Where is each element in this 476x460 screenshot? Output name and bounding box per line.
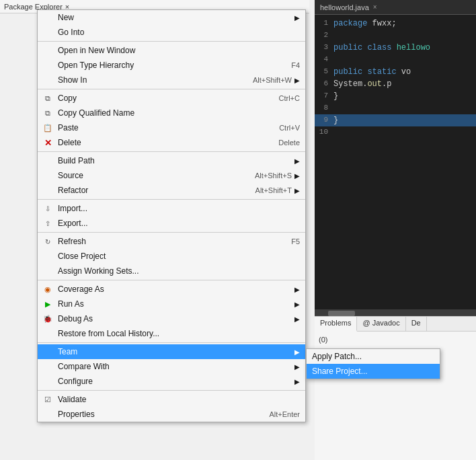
menu-label-paste: Paste	[58, 123, 266, 132]
menu-shortcut-copy: Ctrl+C	[279, 94, 300, 102]
menu-item-debug_as[interactable]: 🐞Debug As▶	[38, 311, 305, 326]
menu-item-configure[interactable]: Configure▶	[38, 374, 305, 389]
menu-label-run_as: Run As	[58, 299, 292, 309]
menu-item-paste[interactable]: 📋PasteCtrl+V	[38, 120, 305, 135]
submenu-item-share_project[interactable]: Share Project...	[307, 364, 440, 379]
copy-icon: ⧉	[42, 109, 54, 118]
menu-item-refactor[interactable]: RefactorAlt+Shift+T▶	[38, 183, 305, 198]
copy-icon: ⧉	[42, 94, 54, 103]
code-line-1: 1 package fwxx;	[315, 17, 476, 30]
menu-label-build_path: Build Path	[58, 156, 292, 165]
editor-tab-title: helloworld.java	[320, 3, 369, 11]
menu-arrow-team: ▶	[294, 348, 300, 356]
menu-label-coverage_as: Coverage As	[58, 284, 292, 294]
menu-separator	[38, 390, 305, 391]
menu-label-delete: Delete	[58, 138, 265, 147]
menu-arrow-new: ▶	[294, 14, 300, 22]
menu-label-import: Import...	[58, 204, 300, 213]
run-icon: ▶	[42, 300, 54, 309]
menu-label-refactor: Refactor	[58, 186, 242, 195]
menu-item-copy_qualified[interactable]: ⧉Copy Qualified Name	[38, 106, 305, 120]
code-line-4: 4	[315, 54, 476, 66]
menu-item-show_in[interactable]: Show InAlt+Shift+W▶	[38, 73, 305, 87]
menu-arrow-build_path: ▶	[294, 157, 300, 165]
menu-separator	[38, 41, 305, 42]
paste-icon: 📋	[42, 124, 54, 132]
bottom-content: (0)	[315, 332, 476, 348]
menu-item-open_type_hierarchy[interactable]: Open Type HierarchyF4	[38, 58, 305, 73]
menu-label-close_project: Close Project	[58, 252, 300, 261]
menu-item-team[interactable]: Team▶	[38, 344, 305, 359]
scrollbar-thumb[interactable]	[328, 311, 355, 316]
menu-label-debug_as: Debug As	[58, 314, 292, 323]
menu-separator	[38, 89, 305, 89]
menu-arrow-debug_as: ▶	[294, 315, 300, 323]
menu-item-new[interactable]: New▶	[38, 10, 305, 25]
menu-arrow-source: ▶	[294, 172, 300, 180]
menu-label-properties: Properties	[58, 410, 255, 419]
menu-arrow-coverage_as: ▶	[294, 286, 300, 293]
menu-item-export[interactable]: ⇧Export...	[38, 216, 305, 231]
menu-item-open_new_window[interactable]: Open in New Window	[38, 43, 305, 58]
menu-label-copy: Copy	[58, 93, 266, 103]
submenu-label-apply_patch: Apply Patch...	[312, 352, 362, 361]
tab-javadoc[interactable]: @ Javadoc	[357, 317, 405, 331]
export-icon: ⇧	[42, 220, 54, 227]
context-menu: New▶Go IntoOpen in New WindowOpen Type H…	[37, 9, 306, 422]
menu-separator	[38, 199, 305, 200]
menu-shortcut-delete: Delete	[278, 139, 300, 147]
editor-tab-close[interactable]: ×	[373, 3, 377, 11]
menu-shortcut-refactor: Alt+Shift+T	[255, 186, 292, 194]
refresh-icon: ↻	[42, 238, 54, 245]
menu-label-refresh: Refresh	[58, 237, 278, 246]
menu-label-team: Team	[58, 347, 292, 356]
menu-label-export: Export...	[58, 219, 300, 228]
delete-icon: ✕	[42, 138, 54, 148]
code-line-3: 3 public class hellowo	[315, 42, 476, 54]
code-line-2: 2	[315, 30, 476, 42]
bottom-tabs: Problems @ Javadoc De	[315, 317, 476, 332]
menu-item-compare_with[interactable]: Compare With▶	[38, 359, 305, 374]
menu-shortcut-paste: Ctrl+V	[279, 124, 300, 132]
menu-item-source[interactable]: SourceAlt+Shift+S▶	[38, 168, 305, 183]
editor-tab[interactable]: helloworld.java ×	[315, 0, 476, 15]
code-line-10: 10	[315, 126, 476, 139]
tab-declaration[interactable]: De	[406, 317, 427, 331]
menu-separator	[38, 232, 305, 233]
menu-shortcut-refresh: F5	[291, 237, 300, 245]
menu-item-import[interactable]: ⇩Import...	[38, 201, 305, 216]
menu-shortcut-open_type_hierarchy: F4	[291, 61, 300, 69]
tab-problems[interactable]: Problems	[315, 317, 357, 332]
menu-item-close_project[interactable]: Close Project	[38, 249, 305, 264]
menu-separator	[38, 151, 305, 152]
team-submenu: Apply Patch...Share Project...	[306, 348, 440, 379]
menu-label-compare_with: Compare With	[58, 362, 292, 371]
submenu-item-apply_patch[interactable]: Apply Patch...	[307, 349, 440, 364]
menu-item-copy[interactable]: ⧉CopyCtrl+C	[38, 91, 305, 106]
code-line-9: 9 }	[315, 114, 476, 126]
menu-item-refresh[interactable]: ↻RefreshF5	[38, 234, 305, 249]
code-line-7: 7 }	[315, 90, 476, 102]
submenu-label-share_project: Share Project...	[312, 367, 368, 376]
import-icon: ⇩	[42, 205, 54, 213]
menu-arrow-refactor: ▶	[294, 187, 300, 194]
menu-item-coverage_as[interactable]: ◉Coverage As▶	[38, 282, 305, 297]
menu-item-properties[interactable]: PropertiesAlt+Enter	[38, 407, 305, 422]
menu-item-go_into[interactable]: Go Into	[38, 25, 305, 40]
menu-item-restore[interactable]: Restore from Local History...	[38, 326, 305, 341]
menu-item-assign_working_sets[interactable]: Assign Working Sets...	[38, 264, 305, 278]
menu-item-run_as[interactable]: ▶Run As▶	[38, 297, 305, 311]
code-line-8: 8	[315, 102, 476, 114]
menu-label-source: Source	[58, 171, 241, 180]
menu-separator	[38, 342, 305, 343]
menu-item-delete[interactable]: ✕DeleteDelete	[38, 135, 305, 150]
editor-content: 1 package fwxx; 2 3 public class hellowo…	[315, 15, 476, 141]
menu-label-open_type_hierarchy: Open Type Hierarchy	[58, 61, 278, 70]
menu-item-validate[interactable]: ☑Validate	[38, 392, 305, 407]
menu-arrow-run_as: ▶	[294, 301, 300, 308]
coverage-icon: ◉	[42, 285, 54, 294]
menu-item-build_path[interactable]: Build Path▶	[38, 153, 305, 168]
editor-panel: helloworld.java × 1 package fwxx; 2 3 pu…	[315, 0, 476, 316]
debug-icon: 🐞	[42, 315, 54, 323]
menu-label-copy_qualified: Copy Qualified Name	[58, 108, 300, 118]
